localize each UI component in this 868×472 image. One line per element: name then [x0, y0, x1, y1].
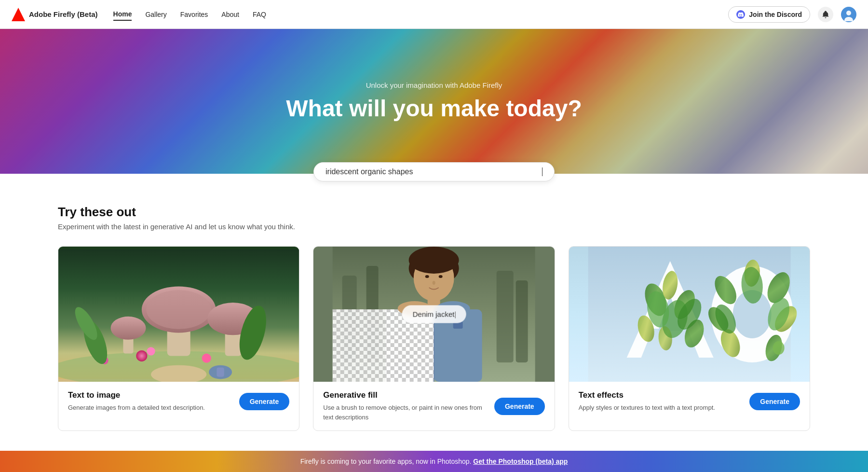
nav-home[interactable]: Home: [113, 8, 132, 21]
main-content: Try these out Experiment with the latest…: [0, 181, 868, 450]
card-text-text-effects: Text effects Apply styles or textures to…: [579, 390, 750, 413]
card-info-generative-fill: Generative fill Use a brush to remove ob…: [313, 382, 554, 430]
svg-point-16: [202, 354, 211, 363]
svg-point-15: [147, 347, 155, 355]
svg-point-9: [146, 290, 211, 329]
notifications-button[interactable]: [818, 7, 833, 22]
discord-icon: [736, 10, 745, 19]
logo[interactable]: Adobe Firefly (Beta): [12, 8, 98, 21]
svg-marker-0: [12, 8, 25, 21]
svg-point-39: [439, 275, 443, 278]
card-desc-text-to-image: Generate images from a detailed text des…: [68, 403, 231, 413]
svg-rect-31: [516, 280, 528, 362]
discord-label: Join the Discord: [749, 11, 802, 18]
nav-faq[interactable]: FAQ: [253, 9, 266, 20]
card-text-to-image: Text to image Generate images from a det…: [58, 246, 299, 431]
user-avatar[interactable]: [841, 7, 856, 22]
prompt-text: Denim jacket: [413, 310, 455, 318]
svg-point-37: [409, 247, 459, 274]
section-subtitle: Experiment with the latest in generative…: [58, 222, 810, 231]
logo-text: Adobe Firefly (Beta): [29, 10, 98, 18]
card-title-generative-fill: Generative fill: [323, 390, 487, 400]
card-image-generative-fill: Denim jacket: [313, 247, 554, 382]
card-text-effects: Text effects Apply styles or textures to…: [569, 246, 810, 431]
generative-fill-prompt[interactable]: Denim jacket: [402, 305, 466, 323]
card-desc-text-effects: Apply styles or textures to text with a …: [579, 403, 742, 413]
search-wrapper: [0, 162, 868, 181]
generate-btn-text-effects[interactable]: Generate: [749, 393, 800, 410]
card-image-text-effects: [569, 247, 810, 382]
nav-right: Join the Discord: [728, 6, 856, 23]
card-title-text-to-image: Text to image: [68, 390, 231, 400]
section-title: Try these out: [58, 205, 810, 220]
cards-grid: Text to image Generate images from a det…: [58, 246, 810, 431]
nav-about[interactable]: About: [221, 9, 239, 20]
search-bar: [313, 162, 555, 181]
svg-point-38: [425, 275, 429, 278]
discord-button[interactable]: Join the Discord: [728, 6, 810, 23]
nav-gallery[interactable]: Gallery: [145, 9, 166, 20]
svg-rect-22: [217, 367, 224, 376]
card-desc-generative-fill: Use a brush to remove objects, or paint …: [323, 403, 487, 422]
cursor: [542, 167, 542, 176]
svg-rect-30: [497, 271, 514, 362]
svg-point-13: [111, 317, 146, 340]
card-text-text-to-image: Text to image Generate images from a det…: [68, 390, 239, 413]
search-input[interactable]: [326, 167, 542, 176]
text-effects-illustration: [569, 247, 810, 382]
generate-btn-generative-fill[interactable]: Generate: [494, 398, 545, 415]
svg-point-2: [846, 11, 851, 15]
garden-illustration: [58, 247, 299, 382]
svg-point-40: [433, 281, 435, 285]
card-text-generative-fill: Generative fill Use a brush to remove ob…: [323, 390, 494, 422]
nav-links: Home Gallery Favorites About FAQ: [113, 8, 729, 21]
card-image-text-to-image: [58, 247, 299, 382]
hero-section: Unlock your imagination with Adobe Firef…: [0, 29, 868, 174]
navigation: Adobe Firefly (Beta) Home Gallery Favori…: [0, 0, 868, 29]
hero-subtitle: Unlock your imagination with Adobe Firef…: [366, 81, 502, 89]
svg-point-14: [136, 350, 147, 361]
card-info-text-effects: Text effects Apply styles or textures to…: [569, 382, 810, 421]
svg-point-72: [773, 341, 784, 355]
card-generative-fill: Denim jacket Generative fill Use a brush…: [313, 246, 555, 431]
card-info-text-to-image: Text to image Generate images from a det…: [58, 382, 299, 421]
adobe-logo-icon: [12, 8, 25, 21]
card-title-text-effects: Text effects: [579, 390, 742, 400]
nav-favorites[interactable]: Favorites: [180, 9, 208, 20]
hero-overlay: Unlock your imagination with Adobe Firef…: [0, 29, 868, 174]
generate-btn-text-to-image[interactable]: Generate: [239, 393, 290, 410]
hero-title: What will you make today?: [286, 95, 582, 122]
